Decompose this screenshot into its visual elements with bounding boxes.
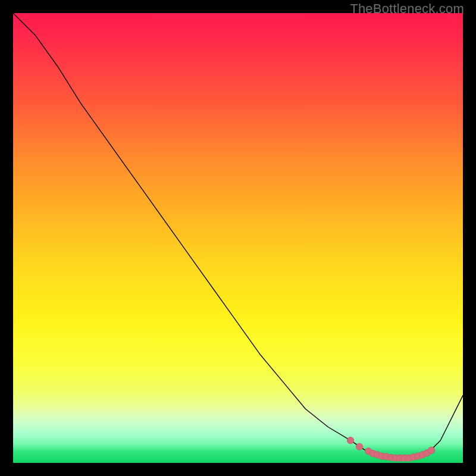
bottleneck-curve-path <box>13 13 463 458</box>
curve-marker <box>428 447 434 453</box>
marker-group <box>347 437 434 462</box>
curve-marker <box>356 443 362 450</box>
chart-stage: TheBottleneck.com <box>0 0 476 476</box>
plot-area <box>13 13 463 463</box>
curve-marker <box>347 437 353 444</box>
curve-layer <box>13 13 463 463</box>
